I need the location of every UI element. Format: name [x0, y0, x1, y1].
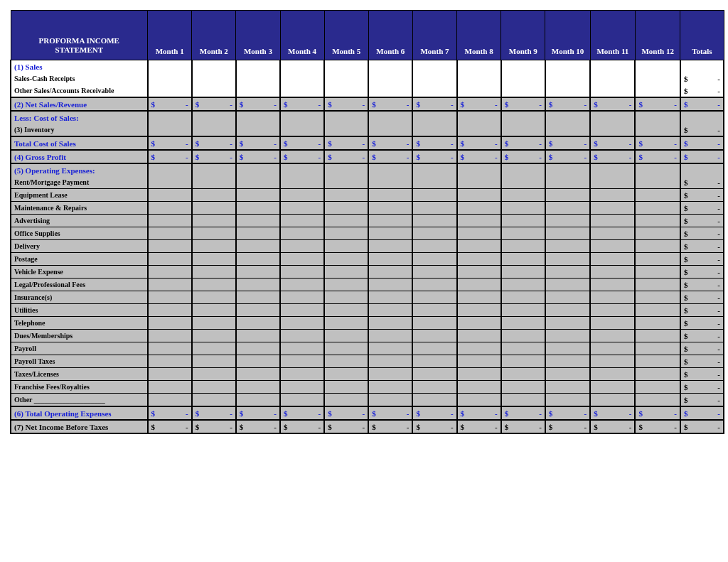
cell[interactable]	[324, 72, 368, 85]
cell[interactable]	[635, 202, 680, 215]
cell[interactable]	[545, 227, 590, 240]
cell[interactable]	[590, 72, 635, 85]
cell[interactable]	[324, 163, 368, 176]
cell[interactable]	[236, 60, 280, 73]
cell[interactable]	[192, 60, 236, 73]
cell[interactable]: $-	[590, 136, 635, 150]
cell[interactable]	[457, 176, 501, 189]
cell[interactable]	[280, 124, 324, 136]
cell[interactable]: $-	[501, 150, 545, 163]
cell[interactable]	[324, 111, 368, 124]
cell[interactable]	[635, 240, 680, 253]
cell-total[interactable]: $-	[680, 227, 724, 240]
cell[interactable]: $-	[148, 406, 192, 420]
cell[interactable]	[545, 381, 590, 394]
cell-total[interactable]: $-	[680, 215, 724, 227]
cell[interactable]	[236, 330, 280, 342]
cell[interactable]	[368, 163, 412, 176]
cell[interactable]: $-	[192, 150, 236, 163]
cell[interactable]	[236, 72, 280, 85]
cell[interactable]	[457, 215, 501, 227]
cell[interactable]	[148, 394, 192, 407]
cell-total[interactable]: $-	[680, 240, 724, 253]
cell[interactable]	[236, 189, 280, 202]
cell[interactable]	[192, 394, 236, 407]
cell[interactable]	[545, 368, 590, 381]
cell[interactable]	[501, 202, 545, 215]
cell[interactable]	[280, 111, 324, 124]
cell[interactable]	[148, 60, 192, 73]
cell[interactable]: $-	[280, 420, 324, 433]
cell[interactable]	[148, 85, 192, 97]
cell[interactable]	[324, 342, 368, 355]
cell[interactable]	[501, 291, 545, 304]
cell[interactable]	[236, 291, 280, 304]
cell-total[interactable]: $-	[680, 176, 724, 189]
cell[interactable]	[192, 111, 236, 124]
cell[interactable]	[501, 368, 545, 381]
cell[interactable]	[148, 304, 192, 317]
cell[interactable]	[501, 72, 545, 85]
cell[interactable]	[635, 111, 680, 124]
cell[interactable]	[545, 215, 590, 227]
cell[interactable]: $-	[635, 97, 680, 111]
cell[interactable]	[280, 291, 324, 304]
cell[interactable]	[368, 355, 412, 368]
cell-total[interactable]: $-	[680, 394, 724, 407]
cell-total[interactable]	[680, 111, 724, 124]
cell[interactable]	[148, 355, 192, 368]
cell[interactable]: $-	[368, 97, 412, 111]
cell[interactable]: $-	[412, 97, 456, 111]
cell[interactable]	[280, 227, 324, 240]
cell[interactable]	[324, 330, 368, 342]
cell[interactable]: $-	[324, 406, 368, 420]
cell[interactable]	[368, 266, 412, 279]
cell[interactable]	[192, 304, 236, 317]
cell[interactable]	[501, 189, 545, 202]
cell[interactable]: $-	[280, 97, 324, 111]
cell[interactable]: $-	[236, 97, 280, 111]
cell[interactable]: $-	[324, 97, 368, 111]
cell[interactable]	[280, 72, 324, 85]
cell[interactable]	[412, 253, 456, 266]
cell[interactable]	[324, 124, 368, 136]
cell[interactable]	[635, 304, 680, 317]
cell[interactable]	[501, 85, 545, 97]
cell[interactable]	[236, 253, 280, 266]
cell[interactable]	[412, 60, 456, 73]
cell[interactable]	[457, 124, 501, 136]
cell[interactable]	[545, 189, 590, 202]
cell[interactable]	[501, 266, 545, 279]
cell[interactable]	[368, 227, 412, 240]
cell-total[interactable]: $-	[680, 381, 724, 394]
cell[interactable]	[590, 215, 635, 227]
cell[interactable]	[457, 85, 501, 97]
cell[interactable]	[545, 111, 590, 124]
cell[interactable]	[501, 163, 545, 176]
cell-total[interactable]: $-	[680, 189, 724, 202]
cell[interactable]	[280, 253, 324, 266]
cell[interactable]	[635, 342, 680, 355]
cell[interactable]	[635, 189, 680, 202]
cell[interactable]: $-	[635, 420, 680, 433]
cell[interactable]	[590, 111, 635, 124]
cell[interactable]: $-	[324, 420, 368, 433]
cell[interactable]	[412, 111, 456, 124]
cell[interactable]	[545, 279, 590, 291]
cell[interactable]	[545, 266, 590, 279]
cell-total[interactable]: $-	[680, 406, 724, 420]
cell[interactable]	[545, 291, 590, 304]
cell[interactable]	[280, 266, 324, 279]
cell[interactable]	[412, 291, 456, 304]
cell[interactable]: $-	[148, 136, 192, 150]
cell[interactable]	[635, 330, 680, 342]
cell[interactable]	[501, 60, 545, 73]
cell[interactable]	[501, 342, 545, 355]
cell[interactable]: $-	[192, 136, 236, 150]
cell[interactable]: $-	[412, 420, 456, 433]
cell[interactable]	[635, 381, 680, 394]
cell[interactable]	[192, 330, 236, 342]
cell[interactable]	[590, 60, 635, 73]
cell[interactable]	[412, 72, 456, 85]
cell-total[interactable]: $-	[680, 279, 724, 291]
